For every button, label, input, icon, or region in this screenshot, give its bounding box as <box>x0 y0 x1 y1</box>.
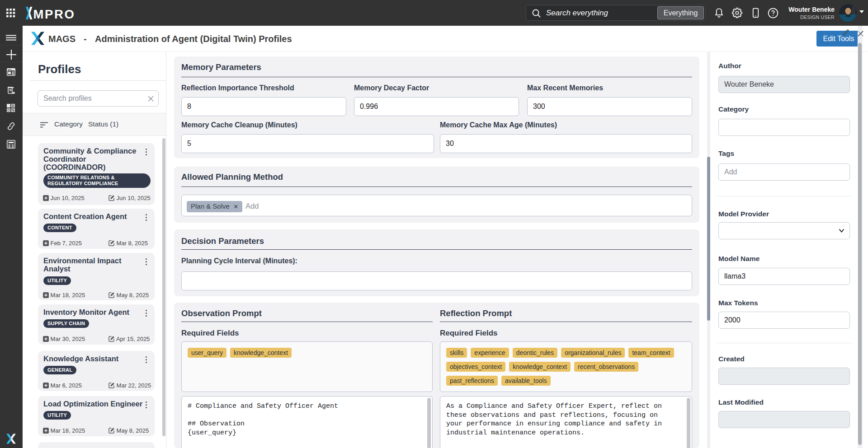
svg-text:MPRO: MPRO <box>33 7 75 20</box>
